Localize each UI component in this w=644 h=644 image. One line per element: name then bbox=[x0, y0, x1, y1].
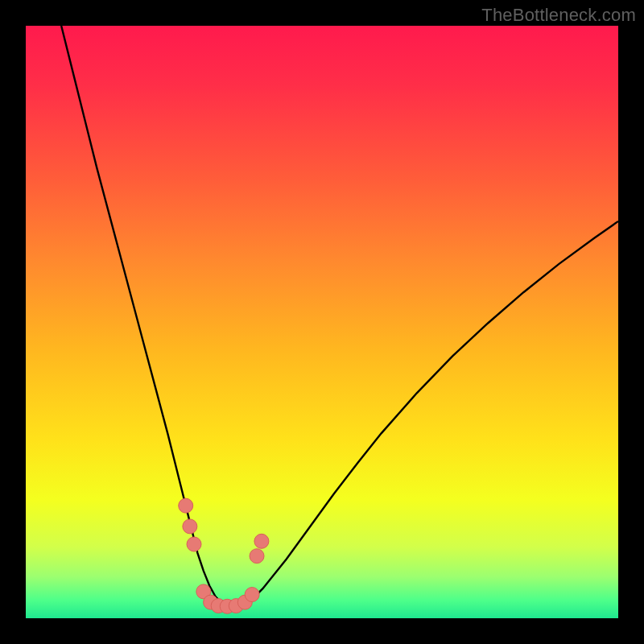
data-marker bbox=[245, 588, 259, 602]
gradient-background bbox=[26, 26, 618, 618]
chart-frame bbox=[26, 26, 618, 618]
data-marker bbox=[179, 498, 193, 513]
data-marker bbox=[187, 537, 201, 551]
data-marker bbox=[250, 549, 264, 564]
bottleneck-chart bbox=[26, 26, 618, 618]
data-marker bbox=[254, 534, 269, 548]
attribution-text: TheBottleneck.com bbox=[481, 5, 636, 26]
data-marker bbox=[183, 519, 197, 534]
